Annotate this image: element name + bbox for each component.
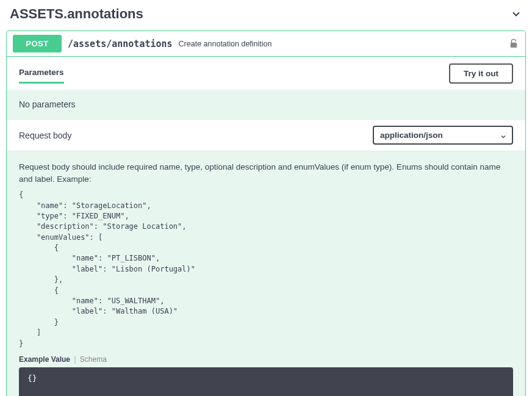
tag-header[interactable]: ASSETS.annotations	[0, 0, 532, 31]
svg-rect-0	[511, 43, 517, 48]
schema-tabs: Example Value | Schema	[19, 355, 513, 364]
unlock-icon[interactable]	[508, 38, 519, 49]
tab-schema[interactable]: Schema	[80, 355, 107, 364]
content-type-select-wrap: application/json	[373, 126, 513, 145]
content-type-select[interactable]: application/json	[373, 126, 513, 145]
request-body-label: Request body	[19, 131, 71, 140]
no-parameters-text: No parameters	[7, 90, 525, 119]
try-it-out-button[interactable]: Try it out	[449, 63, 513, 84]
tab-example-value[interactable]: Example Value	[19, 355, 70, 364]
tab-separator: |	[74, 355, 76, 364]
endpoint-summary: Create annotation definition	[179, 40, 272, 48]
http-method-badge: POST	[13, 35, 62, 52]
request-body-section: Request body should include required nam…	[7, 151, 525, 396]
operation-summary[interactable]: POST /assets/annotations Create annotati…	[7, 31, 525, 57]
request-body-bar: Request body application/json	[7, 119, 525, 151]
api-doc-container: ASSETS.annotations POST /assets/annotati…	[0, 0, 532, 396]
parameters-bar: Parameters Try it out	[7, 57, 525, 90]
request-body-example-json: { "name": "StorageLocation", "type": "FI…	[19, 190, 513, 349]
tag-title: ASSETS.annotations	[10, 6, 143, 22]
endpoint-path: /assets/annotations	[68, 38, 173, 49]
chevron-down-icon	[510, 8, 522, 20]
request-body-description: Request body should include required nam…	[19, 161, 513, 185]
tab-parameters[interactable]: Parameters	[19, 63, 64, 84]
operation-block: POST /assets/annotations Create annotati…	[6, 31, 526, 396]
example-value-box[interactable]: {}	[19, 367, 513, 396]
